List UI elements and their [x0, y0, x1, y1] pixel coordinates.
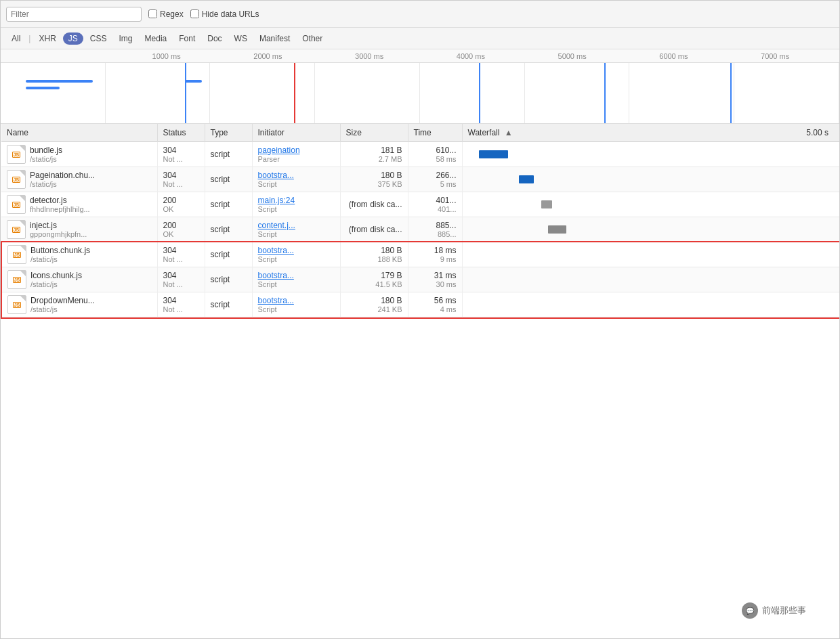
tick-3: 3000 ms [318, 52, 420, 60]
file-name-group: detector.js fhhdlnnepfjhlhilg... [30, 196, 90, 213]
tick-2: 2000 ms [217, 52, 319, 60]
file-name-group: inject.js gppongmhjkpfn... [30, 221, 87, 238]
filter-btn-font[interactable]: Font [173, 32, 201, 45]
table-container[interactable]: Name Status Type Initiator Size [1, 124, 839, 638]
js-file-icon: JS [7, 220, 26, 239]
size-primary: 179 B [381, 271, 402, 280]
table-row[interactable]: JS Buttons.chunk.js /static/js 304 Not .… [1, 242, 839, 267]
file-name-primary: bundle.js [30, 146, 62, 155]
file-cell: JS detector.js fhhdlnnepfjhlhilg... [7, 195, 152, 214]
initiator-link[interactable]: pageination [258, 146, 335, 155]
initiator-link[interactable]: main.js:24 [258, 196, 335, 205]
status-secondary: Not ... [163, 305, 199, 313]
tick-4: 4000 ms [420, 52, 522, 60]
initiator-link[interactable]: content.j... [258, 221, 335, 230]
filter-bar: Regex Hide data URLs [1, 1, 839, 28]
filter-btn-img[interactable]: Img [114, 32, 138, 45]
waterfall-cell [462, 217, 839, 242]
waterfall-cell [462, 292, 839, 317]
time-cell: 18 ms 9 ms [414, 246, 457, 263]
filter-btn-manifest[interactable]: Manifest [254, 32, 295, 45]
type-cell: script [205, 217, 252, 242]
file-name-primary: inject.js [30, 221, 87, 230]
waterfall-bar [541, 200, 552, 208]
filter-btn-xhr[interactable]: XHR [33, 32, 61, 45]
file-name-secondary: fhhdlnnepfjhlhilg... [30, 205, 90, 213]
col-header-name[interactable]: Name [1, 124, 157, 142]
initiator-link[interactable]: bootstra... [258, 296, 335, 305]
size-cell: (from disk ca... [346, 200, 402, 209]
size-cell: 180 B 188 KB [346, 246, 402, 263]
filter-btn-js[interactable]: JS [63, 32, 83, 45]
filter-input[interactable] [6, 7, 142, 22]
time-cell: 401... 401... [414, 196, 457, 213]
table-row[interactable]: JS DropdownMenu... /static/js 304 Not ..… [1, 292, 839, 317]
type-filters: All | XHR JS CSS Img Media Font Doc WS M… [1, 28, 839, 49]
table-row[interactable]: JS inject.js gppongmhjkpfn... 200 OK scr… [1, 217, 839, 242]
initiator-group: pageination Parser [258, 146, 335, 163]
type-cell: script [205, 292, 252, 317]
filter-btn-other[interactable]: Other [297, 32, 328, 45]
size-cell: (from disk ca... [346, 225, 402, 234]
col-header-time[interactable]: Time [408, 124, 462, 142]
initiator-link[interactable]: bootstra... [258, 271, 335, 280]
col-header-initiator[interactable]: Initiator [252, 124, 340, 142]
type-cell: script [205, 167, 252, 192]
time-primary: 56 ms [434, 296, 457, 305]
file-name-secondary: gppongmhjkpfn... [30, 230, 87, 238]
initiator-secondary: Script [258, 255, 335, 263]
time-cell: 56 ms 4 ms [414, 296, 457, 313]
timeline-ruler: 1000 ms 2000 ms 3000 ms 4000 ms 5000 ms … [1, 49, 839, 63]
timeline-blue-line-3 [604, 63, 606, 124]
table-row[interactable]: JS Icons.chunk.js /static/js 304 Not ...… [1, 267, 839, 292]
timeline-bar-3 [185, 80, 202, 83]
col-header-type[interactable]: Type [205, 124, 252, 142]
file-name-group: bundle.js /static/js [30, 146, 62, 163]
timeline-blue-line-4 [730, 63, 732, 124]
js-file-icon: JS [7, 195, 26, 214]
status-secondary: Not ... [163, 255, 199, 263]
waterfall-time: 5.00 s [806, 128, 828, 137]
type-cell: script [205, 192, 252, 217]
hide-urls-checkbox-label[interactable]: Hide data URLs [190, 9, 259, 19]
file-name-secondary: /static/js [30, 305, 95, 313]
time-secondary: 30 ms [436, 280, 457, 288]
regex-checkbox[interactable] [148, 9, 157, 18]
filter-btn-doc[interactable]: Doc [202, 32, 227, 45]
filter-btn-ws[interactable]: WS [229, 32, 253, 45]
file-cell: JS inject.js gppongmhjkpfn... [7, 220, 152, 239]
watermark: 💬 前端那些事 [742, 602, 806, 619]
status-secondary: Not ... [163, 180, 199, 188]
hide-urls-checkbox[interactable] [190, 9, 199, 18]
file-cell: JS bundle.js /static/js [7, 145, 152, 164]
initiator-secondary: Script [258, 280, 335, 288]
time-primary: 266... [436, 171, 456, 180]
table-row[interactable]: JS detector.js fhhdlnnepfjhlhilg... 200 … [1, 192, 839, 217]
file-name-secondary: /static/js [30, 155, 62, 163]
filter-btn-media[interactable]: Media [140, 32, 173, 45]
status-secondary: Not ... [163, 155, 199, 163]
timeline-bar-2 [26, 87, 60, 89]
tick-1: 1000 ms [116, 52, 217, 60]
waterfall-cell [462, 192, 839, 217]
filter-btn-all[interactable]: All [6, 32, 26, 45]
col-header-size[interactable]: Size [340, 124, 408, 142]
js-file-icon: JS [7, 245, 26, 264]
time-primary: 18 ms [434, 246, 457, 255]
col-header-status[interactable]: Status [157, 124, 205, 142]
initiator-link[interactable]: bootstra... [258, 246, 335, 255]
table-row[interactable]: JS bundle.js /static/js 304 Not ... scri… [1, 142, 839, 167]
initiator-group: bootstra... Script [258, 271, 335, 288]
status-cell: 200 OK [163, 196, 199, 213]
col-header-waterfall[interactable]: Waterfall 5.00 s ▲ [462, 124, 839, 142]
time-primary: 885... [436, 221, 456, 230]
initiator-link[interactable]: bootstra... [258, 171, 335, 180]
filter-btn-css[interactable]: CSS [85, 32, 112, 45]
regex-checkbox-label[interactable]: Regex [148, 9, 184, 19]
file-name-secondary: /static/js [30, 280, 82, 288]
table-wrapper: Name Status Type Initiator Size [1, 124, 839, 317]
js-file-icon: JS [7, 270, 26, 289]
time-cell: 31 ms 30 ms [414, 271, 457, 288]
file-cell: JS Pageination.chu... /static/js [7, 170, 152, 189]
table-row[interactable]: JS Pageination.chu... /static/js 304 Not… [1, 167, 839, 192]
